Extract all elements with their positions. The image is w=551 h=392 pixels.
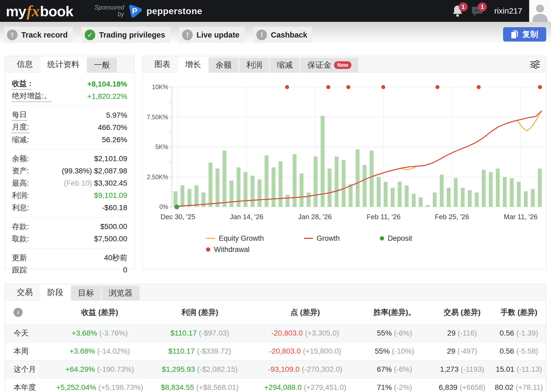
stat-label: 缩减: [12, 135, 29, 145]
stat-label: 余额: [12, 154, 29, 164]
period-cell: +5,252.04%(+5,198.73%) [54, 378, 146, 392]
stat-value: 40秒前 [104, 253, 127, 263]
stat-value: $7,500.00 [94, 235, 127, 243]
chart-tab[interactable]: 增长 [178, 56, 208, 73]
verification-badge-trading-privileges[interactable]: ✓ Trading privileges [81, 27, 170, 43]
svg-text:Feb 11, '26: Feb 11, '26 [367, 213, 400, 221]
table-row: 本周 +3.68%(-14.02%) $110.17(-$339.72) -20… [5, 342, 546, 360]
stat-value: (Feb 10) $3,302.45 [64, 179, 127, 187]
stat-value: $9,101.09 [94, 191, 127, 200]
stats-tab[interactable]: 信息 [10, 56, 40, 72]
chart-tab[interactable]: 余额 [209, 58, 239, 72]
verification-badge-track-record[interactable]: ! Track record [4, 27, 73, 43]
info-icon[interactable]: i [14, 308, 23, 317]
summary-tab[interactable]: 目标 [71, 286, 101, 300]
notifications-bell-button[interactable]: 1 [452, 5, 464, 17]
myfxbook-logo[interactable]: myfxbook [6, 2, 73, 20]
period-cell: $8,834.55(+$8,568.01) [146, 378, 254, 392]
column-header: 手数 (差异) [492, 301, 546, 324]
verification-badge-cashback[interactable]: ! Cashback [253, 27, 312, 43]
stat-value: +1,820.22% [87, 92, 127, 101]
period-cell: $1,295.93(-$2,082.15) [146, 360, 254, 378]
period-cell: 80.02(+78.11) [492, 378, 546, 392]
svg-text:7.50K%: 7.50K% [147, 114, 168, 121]
stat-row: 利润:$9,101.09 [12, 189, 127, 202]
stat-row: 余额:$2,101.09 [12, 153, 127, 165]
messages-button[interactable]: 1 [471, 5, 483, 17]
chat-badge: 1 [478, 2, 487, 11]
period-cell: +64.29%(-190.73%) [54, 360, 146, 378]
period-label: 今天 [5, 324, 54, 342]
period-cell: +3.68%(-14.02%) [54, 342, 146, 360]
stat-row: 每日5.97% [12, 109, 127, 121]
growth-chart[interactable]: 0%2.50K%5K%7.50K%10K%Dec 30, '25Jan 14, … [143, 74, 546, 232]
column-header: 交易 (差异) [432, 301, 492, 324]
legend-dot-swatch [206, 247, 210, 252]
svg-text:10K%: 10K% [152, 84, 168, 91]
period-cell: $110.17(-$339.72) [146, 342, 254, 360]
chart-tab[interactable]: 图表 [147, 56, 177, 72]
stat-label: 取款: [12, 234, 29, 244]
growth-chart-panel: 图表增长余额利润缩减保证金New 0%2.50K%5K%7.50K%10K%De… [142, 56, 546, 269]
period-cell: 0.56(-5.58) [492, 342, 546, 360]
badge-label: Cashback [271, 31, 307, 39]
stat-row: 更新40秒前 [12, 252, 127, 264]
period-cell: +294,088.0(+279,451.0) [254, 378, 357, 392]
copy-icon [511, 30, 519, 39]
legend-item-growth[interactable]: Growth [304, 234, 340, 243]
svg-text:Jan 14, '26: Jan 14, '26 [230, 213, 263, 221]
stat-value: 5.97% [106, 111, 127, 120]
stat-value: -$60.18 [102, 203, 127, 212]
periods-summary-panel: 交易阶段目标浏览器 i收益 (差异)利润 (差异)点 (差异)胜率(差异)。交易… [5, 284, 546, 392]
stat-row: 跟踪0 [12, 264, 127, 276]
svg-text:Feb 25, '26: Feb 25, '26 [435, 213, 469, 221]
username-menu[interactable]: rixin217 [494, 6, 522, 15]
divider [12, 248, 127, 248]
table-row: 这个月 +64.29%(-190.73%) $1,295.93(-$2,082.… [5, 360, 546, 378]
stats-panel: 信息统计资料一般 收益 :+8,104.18%绝对增益:。+1,820.22%每… [5, 56, 134, 269]
summary-tab[interactable]: 交易 [10, 284, 40, 300]
table-row: 今天 +3.68%(-3.76%) $110.17(-$97.03) -20,8… [5, 324, 546, 342]
copy-button[interactable]: 复制 [503, 27, 546, 42]
avatar-silhouette-icon [529, 0, 551, 22]
stats-tab[interactable]: 一般 [87, 58, 117, 72]
stat-row: 取款:$7,500.00 [12, 233, 127, 245]
avatar[interactable] [529, 0, 551, 22]
period-cell: 55%(-10%) [357, 342, 432, 360]
period-cell: 67%(-6%) [357, 360, 432, 378]
stat-value: $2,101.09 [94, 154, 127, 163]
legend-item-withdrawal[interactable]: Withdrawal [206, 246, 250, 254]
column-header: 收益 (差异) [54, 301, 146, 324]
stat-value: (99.38%) $2,087.98 [62, 167, 127, 175]
chart-tab[interactable]: 利润 [239, 58, 269, 72]
badge-label: Trading privileges [99, 31, 165, 39]
info-header: i [5, 301, 54, 324]
legend-item-deposit[interactable]: Deposit [380, 234, 412, 243]
check-icon: ✓ [85, 30, 95, 40]
stat-value: 56.26% [102, 136, 127, 144]
stat-value: 466.70% [98, 123, 127, 132]
sponsored-by-label: Sponsored by [94, 4, 124, 18]
stat-value: +8,104.18% [87, 80, 127, 88]
chart-tab[interactable]: 保证金New [301, 58, 358, 72]
period-cell: 1,273(-1193) [432, 360, 492, 378]
verification-badge-live-update[interactable]: ! Live update [179, 27, 245, 43]
chart-tab[interactable]: 缩减 [270, 58, 300, 72]
period-cell: 29(-497) [432, 342, 492, 360]
chart-settings-icon[interactable] [530, 60, 540, 70]
stat-label: 跟踪 [12, 265, 27, 275]
stat-label: 绝对增益:。 [12, 91, 51, 102]
divider [12, 106, 127, 106]
summary-tab[interactable]: 浏览器 [102, 286, 139, 300]
legend-item-equity-growth[interactable]: Equity Growth [206, 234, 264, 243]
table-row: 本年度 +5,252.04%(+5,198.73%) $8,834.55(+$8… [5, 378, 546, 392]
stat-label: 更新 [12, 253, 27, 263]
column-header: 胜率(差异)。 [357, 301, 432, 324]
period-cell: -20,803.0(+3,305.0) [254, 324, 357, 342]
divider [12, 149, 127, 149]
summary-tab[interactable]: 阶段 [40, 284, 70, 301]
stat-row: 绝对增益:。+1,820.22% [12, 90, 127, 103]
stat-row: 收益 :+8,104.18% [12, 78, 127, 90]
stats-tab[interactable]: 统计资料 [40, 56, 86, 73]
sponsor-block[interactable]: Sponsored by P pepperstone [94, 4, 202, 18]
